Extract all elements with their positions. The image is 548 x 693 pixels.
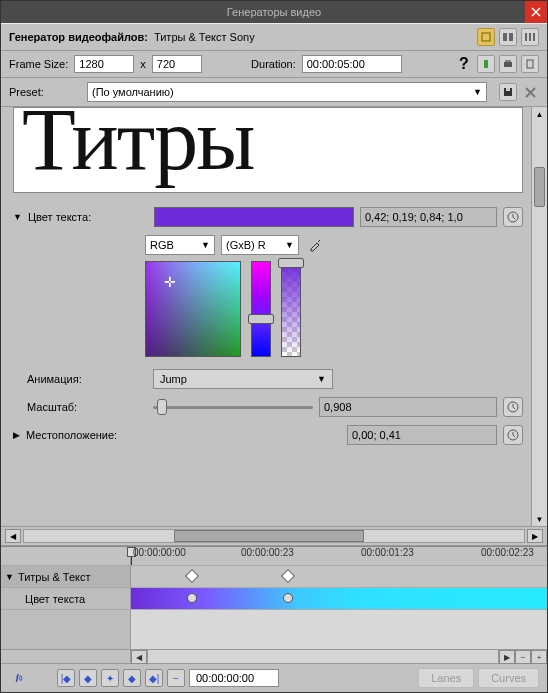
scroll-left-button[interactable]: ◀ bbox=[131, 650, 147, 664]
preset-value: (По умолчанию) bbox=[92, 86, 174, 98]
hue-thumb[interactable] bbox=[248, 314, 274, 324]
timeline-track-header: ▼Титры & Текст bbox=[1, 565, 547, 587]
frame-row: Frame Size: x Duration: ? bbox=[1, 51, 547, 78]
timeline-tick: 00:00:00:00 bbox=[133, 547, 186, 558]
scroll-right-button[interactable]: ▶ bbox=[527, 529, 543, 543]
plugin-button[interactable] bbox=[477, 55, 495, 73]
preset-select[interactable]: (По умолчанию) ▼ bbox=[87, 82, 487, 102]
svg-rect-3 bbox=[525, 33, 527, 41]
track-label: Цвет текста bbox=[25, 593, 85, 605]
disk-icon bbox=[503, 87, 513, 97]
sync-cursor-button[interactable]: I◊ bbox=[9, 669, 29, 687]
timeline-tick: 00:00:02:23 bbox=[481, 547, 534, 558]
position-label: Местоположение: bbox=[26, 429, 146, 441]
color-mode-select[interactable]: RGB▼ bbox=[145, 235, 215, 255]
remove-keyframe-button[interactable]: − bbox=[167, 669, 185, 687]
scale-slider[interactable] bbox=[153, 398, 313, 416]
position-value[interactable]: 0,00; 0,41 bbox=[347, 425, 497, 445]
svg-rect-1 bbox=[503, 33, 507, 41]
x-icon bbox=[525, 87, 536, 98]
expand-triangle[interactable]: ▼ bbox=[5, 572, 14, 582]
hue-slider[interactable] bbox=[251, 261, 271, 357]
svg-rect-11 bbox=[506, 88, 510, 91]
scroll-left-button[interactable]: ◀ bbox=[5, 529, 21, 543]
alpha-slider[interactable] bbox=[281, 261, 301, 357]
clock-icon bbox=[507, 429, 519, 441]
close-icon bbox=[531, 7, 541, 17]
keyframe[interactable] bbox=[281, 569, 295, 583]
first-keyframe-button[interactable]: |◆ bbox=[57, 669, 75, 687]
width-input[interactable] bbox=[74, 55, 134, 73]
view-mode-2-button[interactable] bbox=[499, 28, 517, 46]
svg-rect-4 bbox=[529, 33, 531, 41]
keyframe[interactable] bbox=[185, 569, 199, 583]
svg-rect-0 bbox=[482, 33, 490, 41]
generator-row: Генератор видеофайлов: Титры & Текст Son… bbox=[1, 23, 547, 51]
chevron-down-icon: ▼ bbox=[473, 87, 482, 97]
animate-scale-button[interactable] bbox=[503, 397, 523, 417]
scroll-down-button[interactable]: ▼ bbox=[532, 512, 547, 526]
titlebar: Генераторы видео bbox=[1, 1, 547, 23]
keyframe-dot[interactable] bbox=[187, 593, 197, 603]
chevron-down-icon: ▼ bbox=[317, 374, 326, 384]
position-row: ▶ Местоположение: 0,00; 0,41 bbox=[5, 421, 531, 449]
plugin-icon bbox=[481, 59, 491, 69]
playhead[interactable] bbox=[131, 547, 132, 565]
text-color-value[interactable]: 0,42; 0,19; 0,84; 1,0 bbox=[360, 207, 497, 227]
text-color-row: ▼ Цвет текста: 0,42; 0,19; 0,84; 1,0 bbox=[5, 203, 531, 231]
duration-input[interactable] bbox=[302, 55, 402, 73]
saturation-box[interactable]: ✛ bbox=[145, 261, 241, 357]
eyedropper-button[interactable] bbox=[305, 235, 325, 255]
scroll-track[interactable] bbox=[23, 529, 525, 543]
horizontal-scrollbar-upper: ◀ ▶ bbox=[1, 526, 547, 546]
paste-icon bbox=[525, 59, 535, 69]
vertical-scrollbar[interactable]: ▲ ▼ bbox=[531, 107, 547, 526]
next-keyframe-button[interactable]: ◆ bbox=[123, 669, 141, 687]
animate-text-color-button[interactable] bbox=[503, 207, 523, 227]
slider-thumb[interactable] bbox=[157, 399, 167, 415]
timeline-ruler[interactable]: 00:00:00:00 00:00:00:23 00:00:01:23 00:0… bbox=[1, 547, 547, 565]
timecode-input[interactable] bbox=[189, 669, 279, 687]
view-mode-1-button[interactable] bbox=[477, 28, 495, 46]
save-preset-button[interactable] bbox=[499, 83, 517, 101]
svg-rect-7 bbox=[504, 62, 512, 67]
last-keyframe-button[interactable]: ◆| bbox=[145, 669, 163, 687]
expand-triangle[interactable]: ▶ bbox=[13, 430, 20, 440]
preset-row: Preset: (По умолчанию) ▼ bbox=[1, 78, 547, 107]
help-button[interactable]: ? bbox=[455, 55, 473, 73]
scroll-right-button[interactable]: ▶ bbox=[499, 650, 515, 664]
timeline: 00:00:00:00 00:00:00:23 00:00:01:23 00:0… bbox=[1, 546, 547, 692]
view-mode-3-button[interactable] bbox=[521, 28, 539, 46]
generator-value: Титры & Текст Sony bbox=[154, 31, 255, 43]
scroll-thumb[interactable] bbox=[534, 167, 545, 207]
duration-label: Duration: bbox=[251, 58, 296, 70]
prev-keyframe-button[interactable]: ◆ bbox=[79, 669, 97, 687]
alpha-thumb[interactable] bbox=[278, 258, 304, 268]
svg-rect-9 bbox=[527, 60, 533, 68]
track-label: Титры & Текст bbox=[18, 571, 91, 583]
text-color-swatch[interactable] bbox=[154, 207, 354, 227]
channel-select[interactable]: (GxB) R▼ bbox=[221, 235, 299, 255]
scale-value[interactable]: 0,908 bbox=[319, 397, 497, 417]
scroll-track[interactable] bbox=[147, 650, 499, 663]
keyframe-dot[interactable] bbox=[283, 593, 293, 603]
expand-triangle[interactable]: ▼ bbox=[13, 212, 22, 222]
curves-button[interactable]: Curves bbox=[478, 668, 539, 688]
scroll-thumb[interactable] bbox=[174, 530, 364, 542]
close-button[interactable] bbox=[525, 1, 547, 23]
animation-label: Анимация: bbox=[27, 373, 147, 385]
timeline-tick: 00:00:01:23 bbox=[361, 547, 414, 558]
zoom-out-button[interactable]: − bbox=[515, 650, 531, 664]
lanes-button[interactable]: Lanes bbox=[418, 668, 474, 688]
text-color-label: Цвет текста: bbox=[28, 211, 148, 223]
scroll-up-button[interactable]: ▲ bbox=[532, 107, 547, 121]
print-button[interactable] bbox=[499, 55, 517, 73]
delete-preset-button[interactable] bbox=[521, 83, 539, 101]
zoom-in-button[interactable]: + bbox=[531, 650, 547, 664]
add-keyframe-button[interactable]: ✦ bbox=[101, 669, 119, 687]
animate-position-button[interactable] bbox=[503, 425, 523, 445]
title-preview[interactable]: Титры bbox=[13, 107, 523, 193]
paste-button[interactable] bbox=[521, 55, 539, 73]
height-input[interactable] bbox=[152, 55, 202, 73]
animation-select[interactable]: Jump▼ bbox=[153, 369, 333, 389]
